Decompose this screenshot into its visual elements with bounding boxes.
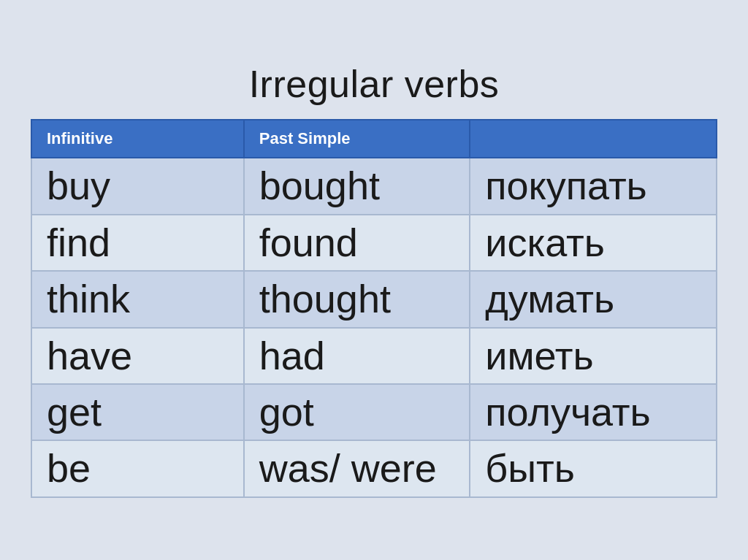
table-header-row: Infinitive Past Simple <box>31 120 717 158</box>
table-row: havehadиметь <box>31 328 717 384</box>
header-translation <box>470 120 717 158</box>
table-row: getgotполучать <box>31 384 717 440</box>
cell-infinitive: buy <box>31 158 244 214</box>
cell-translation: покупать <box>470 158 717 214</box>
cell-past-simple: had <box>244 328 470 384</box>
cell-translation: искать <box>470 215 717 271</box>
cell-infinitive: think <box>31 271 244 327</box>
cell-past-simple: thought <box>244 271 470 327</box>
table-row: bewas/ wereбыть <box>31 440 717 496</box>
header-past-simple: Past Simple <box>244 120 470 158</box>
cell-translation: быть <box>470 440 717 496</box>
header-infinitive: Infinitive <box>31 120 244 158</box>
cell-past-simple: bought <box>244 158 470 214</box>
table-row: buyboughtпокупать <box>31 158 717 214</box>
cell-translation: думать <box>470 271 717 327</box>
table-row: findfoundискать <box>31 215 717 271</box>
irregular-verbs-table: Infinitive Past Simple buyboughtпокупать… <box>31 119 717 497</box>
cell-infinitive: find <box>31 215 244 271</box>
cell-infinitive: have <box>31 328 244 384</box>
cell-past-simple: found <box>244 215 470 271</box>
cell-infinitive: get <box>31 384 244 440</box>
table-container: Infinitive Past Simple buyboughtпокупать… <box>31 119 717 497</box>
cell-translation: иметь <box>470 328 717 384</box>
cell-infinitive: be <box>31 440 244 496</box>
table-row: thinkthoughtдумать <box>31 271 717 327</box>
cell-past-simple: got <box>244 384 470 440</box>
cell-translation: получать <box>470 384 717 440</box>
cell-past-simple: was/ were <box>244 440 470 496</box>
page-title: Irregular verbs <box>249 62 500 106</box>
